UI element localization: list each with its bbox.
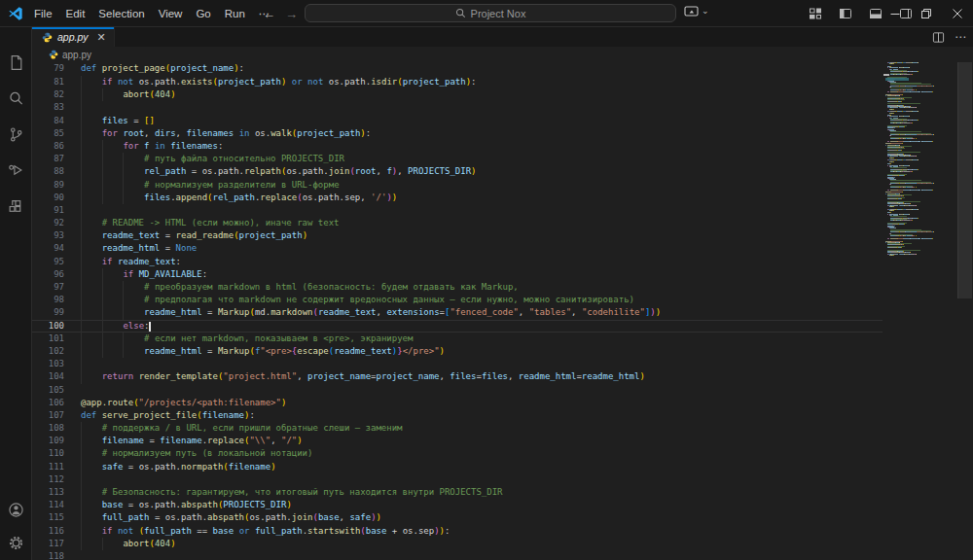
code-line[interactable]: 82 abort(404)	[32, 88, 883, 101]
code-line[interactable]: 113 # Безопасность: гарантируем, что ито…	[32, 486, 883, 499]
line-number[interactable]: 94	[32, 242, 64, 255]
code-line[interactable]: 84 files = []	[32, 115, 883, 127]
breadcrumb-item-app-py[interactable]: app.py	[62, 50, 91, 60]
code-line[interactable]: 105	[32, 384, 883, 397]
line-number[interactable]: 92	[32, 217, 64, 229]
code-line[interactable]: 99 readme_html = Markup(md.markdown(read…	[32, 306, 883, 319]
close-button[interactable]	[942, 0, 973, 27]
line-number[interactable]: 116	[32, 525, 64, 538]
split-editor-icon[interactable]	[932, 31, 945, 44]
explorer-icon[interactable]	[4, 51, 27, 74]
line-number[interactable]: 85	[32, 127, 64, 140]
code-line[interactable]: 118	[32, 550, 883, 560]
settings-gear-icon[interactable]	[4, 531, 27, 554]
line-number[interactable]: 93	[32, 229, 64, 242]
line-number[interactable]: 97	[32, 281, 64, 294]
code-line[interactable]: 100 else:	[32, 320, 883, 332]
code-line[interactable]: 88 rel_path = os.path.relpath(os.path.jo…	[32, 165, 883, 178]
tab-app-py[interactable]: app.py ✕	[32, 27, 115, 47]
code-line[interactable]: 109 filename = filename.replace("\\", "/…	[32, 435, 883, 447]
code-line[interactable]: 103	[32, 358, 883, 370]
restore-button[interactable]	[911, 0, 942, 27]
line-number[interactable]: 86	[32, 140, 64, 153]
line-number[interactable]: 106	[32, 397, 64, 409]
code-line[interactable]: 90 files.append(rel_path.replace(os.path…	[32, 192, 883, 204]
customize-layout-button[interactable]	[804, 2, 827, 25]
line-number[interactable]: 96	[32, 268, 64, 281]
code-line[interactable]: 81 if not os.path.exists(project_path) o…	[32, 76, 883, 88]
tab-close-icon[interactable]: ✕	[97, 32, 106, 43]
line-number[interactable]: 112	[32, 473, 64, 486]
code-line[interactable]: 116 if not (full_path == base or full_pa…	[32, 525, 883, 538]
code-line[interactable]: 101 # если нет markdown, показываем в <p…	[32, 332, 883, 345]
run-debug-icon[interactable]	[4, 158, 27, 182]
back-button[interactable]: ←	[263, 7, 275, 21]
code-line[interactable]: 85 for root, dirs, filenames in os.walk(…	[32, 127, 883, 140]
line-number[interactable]: 83	[32, 101, 64, 114]
menu-file[interactable]: File	[27, 3, 59, 24]
code-line[interactable]: 89 # нормализуем разделители в URL-форме	[32, 179, 883, 192]
code-line[interactable]: 106@app.route("/projects/<path:filename>…	[32, 397, 883, 409]
line-number[interactable]: 110	[32, 447, 64, 460]
code-line[interactable]: 110 # нормализуем путь (в локальной нота…	[32, 447, 883, 460]
code-line[interactable]: 107def serve_project_file(filename):	[32, 409, 883, 422]
search-sidebar-icon[interactable]	[4, 87, 27, 110]
menu-go[interactable]: Go	[189, 3, 217, 24]
code-line[interactable]: 108 # поддержка / в URL, если пришли обр…	[32, 422, 883, 435]
code-line[interactable]: 114 base = os.path.abspath(PROJECTS_DIR)	[32, 499, 883, 511]
line-number[interactable]: 108	[32, 422, 64, 435]
line-number[interactable]: 100	[32, 320, 64, 332]
command-center-search[interactable]: Project Nox	[305, 4, 676, 22]
source-control-icon[interactable]	[4, 122, 27, 146]
code-line[interactable]: 96 if MD_AVAILABLE:	[32, 268, 883, 281]
menu-selection[interactable]: Selection	[91, 3, 151, 24]
line-number[interactable]: 104	[32, 370, 64, 383]
line-number[interactable]: 87	[32, 153, 64, 165]
code-line[interactable]: 112	[32, 473, 883, 486]
code-line[interactable]: 117 abort(404)	[32, 538, 883, 550]
code-line[interactable]: 104 return render_template("project.html…	[32, 370, 883, 383]
line-number[interactable]: 107	[32, 409, 64, 422]
line-number[interactable]: 81	[32, 76, 64, 88]
line-number[interactable]: 111	[32, 461, 64, 473]
line-number[interactable]: 113	[32, 486, 64, 499]
line-number[interactable]: 105	[32, 384, 64, 397]
menu-edit[interactable]: Edit	[59, 3, 92, 24]
line-number[interactable]: 98	[32, 294, 64, 306]
sticky-scroll[interactable]: 79def project_page(project_name):	[32, 62, 883, 76]
scrollbar[interactable]	[957, 62, 972, 298]
line-number[interactable]: 101	[32, 332, 64, 345]
code-line[interactable]: 87 # путь файла относительно PROJECTS_DI…	[32, 153, 883, 165]
copilot-button[interactable]: ⌄	[684, 5, 709, 18]
code-line[interactable]: 83	[32, 101, 883, 114]
line-number[interactable]: 99	[32, 306, 64, 319]
menu-view[interactable]: View	[152, 3, 190, 24]
code-line[interactable]: 94 readme_html = None	[32, 242, 883, 255]
line-number[interactable]: 84	[32, 115, 64, 127]
sticky-line[interactable]: 79def project_page(project_name):	[32, 62, 883, 75]
code-line[interactable]: 111 safe = os.path.normpath(filename)	[32, 461, 883, 473]
line-number[interactable]: 109	[32, 435, 64, 447]
account-icon[interactable]	[4, 498, 27, 521]
code-lines[interactable]: 81 if not os.path.exists(project_path) o…	[32, 76, 883, 560]
extensions-icon[interactable]	[4, 194, 27, 218]
line-number[interactable]: 114	[32, 499, 64, 511]
code-line[interactable]: 86 for f in filenames:	[32, 140, 883, 153]
toggle-primary-sidebar-button[interactable]	[834, 2, 857, 25]
code-line[interactable]: 95 if readme_text:	[32, 256, 883, 268]
line-number[interactable]: 88	[32, 165, 64, 178]
line-number[interactable]: 117	[32, 538, 64, 550]
code-line[interactable]: 91	[32, 204, 883, 217]
code-line[interactable]: 115 full_path = os.path.abspath(os.path.…	[32, 511, 883, 524]
line-number[interactable]: 118	[32, 550, 64, 560]
code-line[interactable]: 102 readme_html = Markup(f"<pre>{escape(…	[32, 345, 883, 358]
minimize-button[interactable]	[880, 0, 911, 27]
minimap[interactable]	[883, 62, 938, 266]
line-number[interactable]: 79	[32, 62, 64, 75]
code-editor[interactable]: 79def project_page(project_name): 81 if …	[32, 62, 973, 560]
code-line[interactable]: 97 # преобразуем markdown в html (безопа…	[32, 281, 883, 294]
line-number[interactable]: 103	[32, 358, 64, 370]
line-number[interactable]: 102	[32, 345, 64, 358]
code-line[interactable]: 92 # README -> HTML (если можно), иначе …	[32, 217, 883, 229]
code-line[interactable]: 98 # предполагая что markdown не содержи…	[32, 294, 883, 306]
